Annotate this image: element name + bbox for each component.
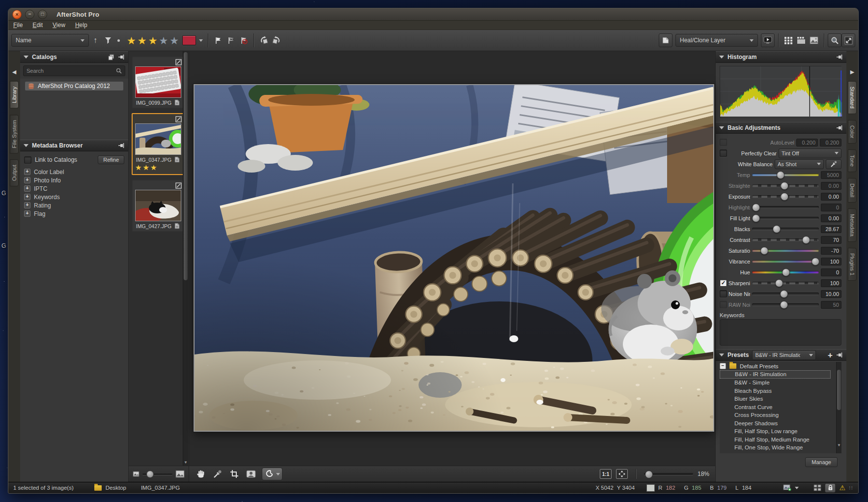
rotate-left-button[interactable] bbox=[257, 34, 270, 47]
preset-item[interactable]: Cross Processing bbox=[720, 411, 841, 419]
slideshow-button[interactable] bbox=[761, 33, 775, 47]
pin-icon[interactable] bbox=[118, 143, 125, 148]
straighten-value[interactable]: 0.00 bbox=[821, 182, 841, 190]
flag-pick-button[interactable] bbox=[212, 34, 224, 47]
window-maximize-button[interactable]: □ bbox=[38, 10, 47, 19]
batch-output-icon[interactable] bbox=[813, 484, 821, 491]
collapse-right-panel-arrow[interactable]: ▶ bbox=[850, 69, 854, 75]
expand-plus-icon[interactable]: + bbox=[24, 210, 30, 217]
slider-thumb[interactable] bbox=[782, 268, 790, 276]
tab-left-output[interactable]: Output bbox=[10, 159, 19, 186]
catalogs-section-header[interactable]: Catalogs bbox=[20, 51, 128, 63]
noise-ninja-slider[interactable] bbox=[752, 293, 819, 295]
window-minimize-button[interactable]: – bbox=[25, 10, 34, 19]
noise-ninja-value[interactable]: 10.00 bbox=[821, 290, 841, 298]
menu-edit[interactable]: Edit bbox=[32, 22, 43, 29]
pin-icon[interactable] bbox=[837, 54, 843, 60]
resize-grip[interactable]: ⁝⁝ bbox=[849, 485, 853, 491]
window-close-button[interactable]: × bbox=[12, 10, 22, 19]
preset-item[interactable]: B&W - IR Simulation bbox=[720, 370, 831, 379]
preset-item[interactable]: Bleach Bypass bbox=[720, 387, 841, 395]
expand-plus-icon[interactable]: + bbox=[24, 185, 30, 192]
expand-plus-icon[interactable]: + bbox=[24, 194, 30, 200]
white-balance-dropdown[interactable]: As Shot bbox=[775, 159, 824, 169]
catalog-search-input[interactable]: Search bbox=[23, 65, 125, 76]
highlights-value[interactable]: 0 bbox=[821, 204, 841, 211]
fill-light-slider[interactable] bbox=[752, 217, 819, 219]
slider-thumb[interactable] bbox=[777, 171, 784, 179]
tab-right-standard[interactable]: Standard bbox=[848, 81, 857, 114]
metadata-tree-item[interactable]: +Keywords bbox=[24, 193, 124, 201]
manage-presets-button[interactable]: Manage bbox=[805, 457, 838, 467]
metadata-tree-item[interactable]: +Color Label bbox=[24, 168, 124, 176]
noise-ninja-checkbox[interactable] bbox=[720, 290, 727, 297]
preset-item[interactable]: Deeper Shadows bbox=[720, 419, 841, 428]
blacks-slider[interactable] bbox=[752, 228, 819, 230]
sharpening-checkbox[interactable]: ✓ bbox=[720, 279, 727, 287]
contrast-value[interactable]: 70 bbox=[821, 236, 841, 244]
link-to-catalogs-checkbox[interactable] bbox=[24, 156, 31, 164]
chevron-down-icon[interactable] bbox=[795, 487, 799, 489]
menu-help[interactable]: Help bbox=[75, 22, 87, 29]
hue-slider[interactable] bbox=[752, 271, 819, 273]
slider-thumb[interactable] bbox=[752, 204, 760, 211]
flag-reject-button[interactable] bbox=[237, 34, 250, 47]
heal-clone-tool-button[interactable] bbox=[262, 468, 282, 480]
temp-value[interactable]: 5000 bbox=[821, 171, 841, 179]
straighten-slider[interactable] bbox=[752, 184, 819, 187]
slider-thumb[interactable] bbox=[760, 247, 768, 255]
presets-section-header[interactable]: Presets B&W - IR Simulation + bbox=[716, 349, 846, 361]
slider-thumb[interactable] bbox=[773, 225, 781, 233]
no-rating-dot[interactable] bbox=[117, 39, 120, 42]
slider-thumb[interactable] bbox=[780, 301, 788, 309]
zoom-actual-size-button[interactable]: 1:1 bbox=[600, 469, 612, 479]
basic-adjustments-section-header[interactable]: Basic Adjustments bbox=[716, 122, 846, 134]
zoom-fit-button[interactable] bbox=[616, 469, 628, 479]
filmstrip-thumbnail-IMG_0347.JPG[interactable]: IMG_0347.JPG★★★ bbox=[132, 113, 185, 175]
new-layer-button[interactable] bbox=[659, 33, 672, 47]
keywords-input[interactable] bbox=[720, 319, 841, 346]
rating-star-2[interactable]: ★ bbox=[138, 35, 147, 46]
refine-button[interactable]: Refine bbox=[98, 155, 124, 164]
sharpening-slider[interactable] bbox=[752, 282, 819, 284]
slider-thumb[interactable] bbox=[781, 182, 788, 190]
filmstrip-thumbnail-IMG_0099.JPG[interactable]: IMG_0099.JPG bbox=[132, 56, 185, 109]
scrollbar-down-arrow[interactable]: ▼ bbox=[183, 460, 188, 465]
tab-right-color[interactable]: Color bbox=[848, 120, 857, 144]
current-folder[interactable]: Desktop bbox=[106, 485, 126, 491]
tab-right-metadata[interactable]: Metadata bbox=[848, 208, 857, 242]
raw-noise-checkbox[interactable] bbox=[720, 301, 727, 308]
preset-select-dropdown[interactable]: B&W - IR Simulation bbox=[752, 350, 816, 360]
rating-star-1[interactable]: ★ bbox=[127, 35, 136, 46]
preset-item[interactable]: Fill, Half Stop, Low range bbox=[720, 427, 841, 436]
color-picker-tool-button[interactable] bbox=[212, 468, 224, 480]
fill-light-value[interactable]: 0.00 bbox=[821, 214, 841, 222]
perfectly-clear-checkbox[interactable] bbox=[720, 149, 727, 157]
rating-star-3[interactable]: ★ bbox=[148, 35, 158, 46]
filmstrip-thumbnail-IMG_0427.JPG[interactable]: IMG_0427.JPG bbox=[132, 179, 185, 232]
presets-folder-row[interactable]: − Default Presets bbox=[720, 362, 841, 370]
autolevel-value-2[interactable]: 0.200 bbox=[820, 139, 841, 147]
scrollbar-thumb[interactable] bbox=[184, 52, 188, 280]
preset-item[interactable]: Fill, One Stop, Wide Range bbox=[720, 443, 841, 452]
slider-thumb[interactable] bbox=[752, 214, 760, 222]
rating-star-4[interactable]: ★ bbox=[159, 35, 168, 46]
catalog-item[interactable]: AfterShot Pro Catalog 2012 bbox=[25, 82, 123, 90]
preset-item[interactable]: Bluer Skies bbox=[720, 395, 841, 403]
rating-star-5[interactable]: ★ bbox=[169, 35, 179, 46]
thumbnail-view-button[interactable] bbox=[782, 34, 795, 47]
collapse-left-panel-arrow[interactable]: ◀ bbox=[12, 69, 16, 75]
menu-view[interactable]: View bbox=[53, 22, 65, 29]
sort-direction-button[interactable]: ↑ bbox=[89, 34, 102, 47]
pan-tool-button[interactable] bbox=[195, 468, 207, 480]
contrast-slider[interactable] bbox=[752, 238, 819, 241]
fullscreen-button[interactable] bbox=[841, 33, 855, 47]
magnify-button[interactable] bbox=[828, 33, 841, 47]
image-view-button[interactable] bbox=[808, 34, 820, 47]
copy-catalog-icon[interactable] bbox=[108, 54, 114, 60]
filmstrip-scrollbar[interactable]: ▼ bbox=[183, 51, 188, 466]
temp-slider[interactable] bbox=[752, 174, 819, 176]
crop-tool-button[interactable] bbox=[228, 468, 240, 480]
tab-right-detail[interactable]: Detail bbox=[848, 178, 857, 203]
metadata-tree-item[interactable]: +Photo Info bbox=[24, 177, 124, 184]
